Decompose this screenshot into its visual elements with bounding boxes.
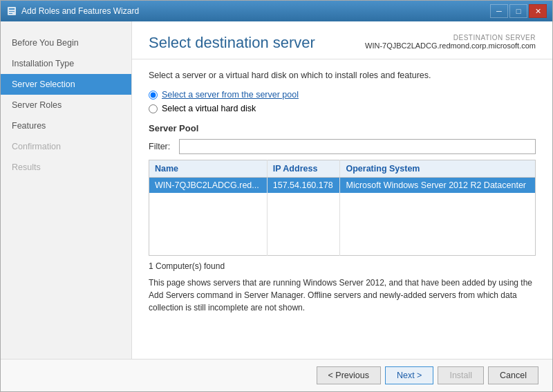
main-body: Select a server or a virtual hard disk o…: [132, 59, 552, 359]
svg-rect-3: [9, 13, 12, 14]
radio-group: Select a server from the server pool Sel…: [149, 90, 536, 113]
server-pool-section: Server Pool Filter: Name IP Address Oper…: [149, 123, 536, 314]
radio-server-pool-label[interactable]: Select a server from the server pool: [162, 90, 299, 100]
sidebar-item-server-selection[interactable]: Server Selection: [1, 74, 131, 95]
main-header: Select destination server DESTINATION SE…: [132, 21, 552, 59]
description-text: Select a server or a virtual hard disk o…: [149, 71, 536, 80]
destination-server-label: DESTINATION SERVER: [365, 34, 536, 41]
sidebar-item-installation-type[interactable]: Installation Type: [1, 53, 131, 74]
maximize-button[interactable]: □: [509, 4, 527, 18]
footer: < Previous Next > Install Cancel: [1, 359, 552, 391]
radio-vhd-label[interactable]: Select a virtual hard disk: [162, 104, 256, 113]
table-row-empty: [149, 243, 536, 255]
minimize-button[interactable]: ─: [490, 4, 508, 18]
count-text: 1 Computer(s) found: [149, 261, 536, 271]
filter-row: Filter:: [149, 139, 536, 154]
sidebar: Before You Begin Installation Type Serve…: [1, 21, 132, 359]
title-bar: Add Roles and Features Wizard ─ □ ✕: [1, 1, 552, 21]
column-name: Name: [149, 160, 268, 178]
sidebar-item-results: Results: [1, 157, 131, 178]
cell-os: Microsoft Windows Server 2012 R2 Datacen…: [340, 178, 536, 194]
page-title: Select destination server: [149, 34, 315, 52]
filter-label: Filter:: [149, 142, 174, 151]
sidebar-item-features[interactable]: Features: [1, 115, 131, 136]
wizard-icon: [6, 6, 17, 17]
table-row-empty: [149, 193, 536, 205]
column-os: Operating System: [340, 160, 536, 178]
previous-button[interactable]: < Previous: [317, 366, 381, 384]
radio-vhd[interactable]: Select a virtual hard disk: [149, 104, 536, 113]
server-table: Name IP Address Operating System WIN-7QJ…: [149, 160, 536, 256]
table-row[interactable]: WIN-7QJBC2LADCG.red...157.54.160.178Micr…: [149, 178, 536, 194]
cell-ip: 157.54.160.178: [267, 178, 340, 194]
info-text: This page shows servers that are running…: [149, 277, 536, 314]
svg-rect-2: [9, 11, 15, 12]
destination-server-info: DESTINATION SERVER WIN-7QJBC2LADCG.redmo…: [365, 34, 536, 50]
sidebar-item-before-you-begin[interactable]: Before You Begin: [1, 32, 131, 53]
sidebar-item-confirmation: Confirmation: [1, 136, 131, 157]
title-bar-controls: ─ □ ✕: [490, 4, 547, 18]
install-button: Install: [438, 366, 484, 384]
svg-rect-1: [9, 8, 15, 10]
main-content: Select destination server DESTINATION SE…: [132, 21, 552, 359]
cancel-button[interactable]: Cancel: [488, 366, 538, 384]
column-ip: IP Address: [267, 160, 340, 178]
window-title: Add Roles and Features Wizard: [21, 6, 139, 16]
radio-server-pool[interactable]: Select a server from the server pool: [149, 90, 536, 100]
close-button[interactable]: ✕: [529, 4, 547, 18]
title-bar-left: Add Roles and Features Wizard: [6, 6, 139, 17]
cell-name: WIN-7QJBC2LADCG.red...: [149, 178, 268, 194]
sidebar-item-server-roles[interactable]: Server Roles: [1, 95, 131, 115]
table-row-empty: [149, 205, 536, 218]
wizard-window: Add Roles and Features Wizard ─ □ ✕ Befo…: [0, 0, 553, 392]
server-pool-title: Server Pool: [149, 123, 536, 133]
table-row-empty: [149, 230, 536, 243]
next-button[interactable]: Next >: [385, 366, 433, 384]
filter-input[interactable]: [179, 139, 536, 154]
destination-server-value: WIN-7QJBC2LADCG.redmond.corp.microsoft.c…: [365, 41, 536, 50]
table-header-row: Name IP Address Operating System: [149, 160, 536, 178]
content-area: Before You Begin Installation Type Serve…: [1, 21, 552, 359]
table-row-empty: [149, 218, 536, 230]
